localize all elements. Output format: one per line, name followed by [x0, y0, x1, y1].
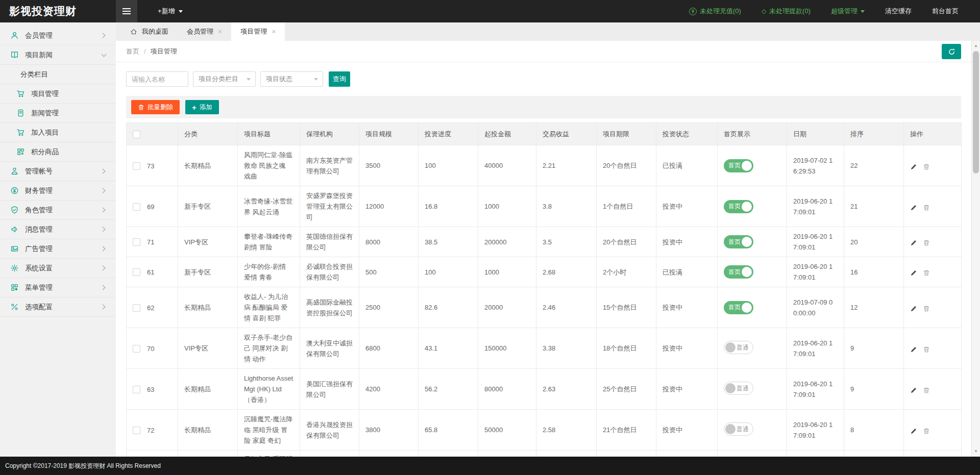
edit-icon[interactable] [910, 163, 917, 170]
sidebar-item-option-config[interactable]: 选项配置 [0, 297, 116, 317]
admin-user-dropdown[interactable]: 超级管理 [831, 7, 865, 16]
name-search-input[interactable] [126, 71, 188, 87]
tab-my-desktop[interactable]: 我的桌面 [121, 22, 178, 41]
add-button[interactable]: + 添加 [185, 100, 219, 114]
close-icon[interactable]: × [272, 28, 276, 35]
batch-delete-button[interactable]: 批量删除 [131, 100, 180, 114]
sidebar-item-finance-management[interactable]: 财务管理 [0, 181, 116, 201]
front-home-link[interactable]: 前台首页 [932, 7, 959, 16]
cell-min-invest: 1000 [478, 257, 536, 287]
search-button[interactable]: 查询 [329, 71, 350, 87]
edit-icon[interactable] [910, 345, 917, 353]
book-icon [10, 51, 19, 59]
add-new-dropdown[interactable]: +新增 [158, 7, 183, 16]
sidebar-item-ad-management[interactable]: 广告管理 [0, 239, 116, 259]
cell-title: 双子杀手-老少自己 同屏对决 剧情 动作 [238, 328, 300, 369]
row-checkbox[interactable] [133, 162, 140, 170]
clear-cache-link[interactable]: 清空缓存 [885, 7, 912, 16]
delete-icon[interactable] [923, 427, 930, 434]
sidebar-item-system-settings[interactable]: 系统设置 [0, 259, 116, 278]
cell-featured: 首页 [718, 287, 787, 328]
row-checkbox[interactable] [133, 304, 140, 312]
idcard-icon [10, 167, 19, 176]
row-checkbox[interactable] [133, 238, 140, 246]
cell-status: 投资中 [656, 369, 718, 410]
column-header: 日期 [787, 123, 844, 145]
cell-scale: 12000 [359, 186, 419, 227]
featured-toggle-on[interactable]: 首页 [724, 235, 753, 248]
delete-icon[interactable] [923, 386, 930, 393]
breadcrumb-current: 项目管理 [151, 47, 177, 56]
featured-toggle-on[interactable]: 首页 [724, 265, 753, 279]
edit-icon[interactable] [910, 305, 917, 312]
sidebar-item-join-project[interactable]: 加入项目 [0, 123, 116, 142]
sidebar-item-admin-accounts[interactable]: 管理帐号 [0, 162, 116, 181]
chevron-right-icon [101, 266, 106, 271]
sidebar-item-project-management[interactable]: 项目管理 [0, 84, 116, 104]
cell-period: 21个自然日 [597, 410, 656, 451]
column-header: 起投金额 [478, 123, 536, 145]
delete-icon[interactable] [923, 305, 930, 312]
scroll-up-arrow[interactable]: ▲ [972, 42, 980, 50]
pending-withdraw-link[interactable]: ◇ 未处理提款(0) [762, 7, 811, 16]
close-icon[interactable]: × [218, 28, 222, 35]
status-select[interactable]: 项目状态 [260, 71, 323, 87]
delete-icon[interactable] [923, 345, 930, 353]
table-row: 72长期精品沉睡魔咒-魔法降临 黑暗升级 冒险 家庭 奇幻香港兴晟投资担保有限公… [127, 410, 962, 451]
refresh-button[interactable] [942, 44, 961, 59]
row-id: 69 [147, 203, 154, 211]
scrollbar-thumb[interactable] [973, 51, 979, 173]
cell-actions [904, 227, 962, 257]
featured-toggle-on[interactable]: 首页 [724, 301, 753, 314]
category-select[interactable]: 项目分类栏目 [193, 71, 256, 87]
featured-toggle-off[interactable]: 普通 [724, 341, 753, 354]
edit-icon[interactable] [910, 239, 917, 246]
row-checkbox[interactable] [133, 386, 140, 393]
tab-project-management[interactable]: 项目管理 × [231, 22, 285, 41]
cart-icon [16, 128, 25, 137]
yen-icon [10, 186, 19, 195]
edit-icon[interactable] [910, 269, 917, 276]
pending-recharge-link[interactable]: ¥ 未处理充值(0) [689, 7, 741, 16]
chevron-right-icon [101, 33, 106, 38]
edit-icon[interactable] [910, 386, 917, 393]
cell-actions [904, 257, 962, 287]
featured-toggle-on[interactable]: 首页 [724, 200, 753, 213]
top-bar-links: ¥ 未处理充值(0) ◇ 未处理提款(0) 超级管理 清空缓存 前台首页 [689, 7, 980, 16]
column-header: 排序 [844, 123, 904, 145]
sidebar-item-points-goods[interactable]: 积分商品 [0, 142, 116, 162]
sidebar-toggle-button[interactable] [116, 0, 137, 22]
row-checkbox[interactable] [133, 203, 140, 211]
featured-toggle-off[interactable]: 普通 [724, 382, 753, 395]
delete-icon[interactable] [923, 269, 930, 276]
scroll-down-arrow[interactable]: ▼ [972, 447, 980, 456]
cell-category: 新手专区 [178, 186, 238, 227]
edit-icon[interactable] [910, 427, 917, 434]
sidebar-item-role-management[interactable]: 角色管理 [0, 201, 116, 220]
cell-min-invest: 1000 [478, 186, 536, 227]
delete-icon[interactable] [923, 163, 930, 170]
sidebar-item-message-management[interactable]: 消息管理 [0, 220, 116, 239]
sidebar-item-project-news[interactable]: 项目新闻 [0, 45, 116, 65]
row-checkbox[interactable] [133, 345, 140, 353]
row-checkbox[interactable] [133, 268, 140, 276]
cell-period: 18个自然日 [597, 328, 656, 369]
sidebar-item-news-management[interactable]: 新闻管理 [0, 104, 116, 123]
breadcrumb-home[interactable]: 首页 [126, 47, 139, 56]
cell-title: 收益人- 为儿治病 酝酿骗局 爱情 喜剧 犯罪 [238, 287, 300, 328]
delete-icon[interactable] [923, 239, 930, 246]
select-all-checkbox[interactable] [133, 131, 140, 138]
featured-toggle-on[interactable]: 首页 [724, 159, 753, 172]
edit-icon[interactable] [910, 204, 917, 211]
table-row: 71VIP专区攀登者-珠峰传奇 剧情 冒险英国德信担保有限公司800038.52… [127, 227, 962, 257]
sidebar-item-category-columns[interactable]: 分类栏目 [0, 65, 116, 84]
featured-toggle-off[interactable]: 普通 [724, 422, 753, 436]
row-checkbox[interactable] [133, 427, 140, 434]
cell-sort: 9 [844, 328, 904, 369]
chevron-right-icon [101, 188, 106, 193]
row-id: 61 [147, 268, 154, 276]
sidebar-item-menu-management[interactable]: 菜单管理 [0, 278, 116, 297]
tab-member-management[interactable]: 会员管理 × [178, 22, 231, 41]
sidebar-item-member-management[interactable]: 会员管理 [0, 26, 116, 45]
delete-icon[interactable] [923, 204, 930, 211]
